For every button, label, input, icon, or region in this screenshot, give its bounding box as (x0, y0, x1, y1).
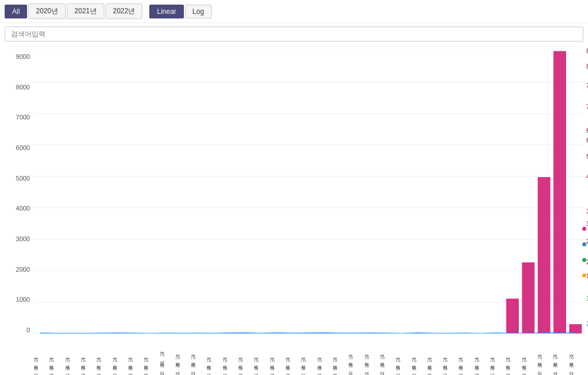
y-label-0: 0 (27, 327, 30, 333)
x-label-23: 2022년1월2일 (394, 336, 410, 375)
y-label-8000: 8000 (16, 84, 30, 91)
x-label-7: 2020년9월6일 (142, 336, 158, 375)
x-label-22: 2021년12월5일 (379, 336, 394, 375)
search-input[interactable] (5, 27, 583, 42)
legend-dot-2 (582, 242, 586, 246)
x-label-26: 2022년4월3일 (442, 336, 457, 375)
y-label-4000: 4000 (16, 205, 30, 212)
x-label-16: 2021년6월6일 (284, 336, 300, 375)
x-label-29: 2022년7월3일 (489, 336, 504, 375)
x-label-9: 2020년11월8일 (174, 336, 190, 375)
btn-2021[interactable]: 2021년 (67, 3, 104, 19)
top-bar: All 2020년 2021년 2022년 Linear Log (0, 0, 588, 23)
legend-dot-3 (582, 258, 586, 262)
chart-container: 9000 8000 7000 6000 5000 4000 3000 2000 … (0, 45, 588, 375)
btn-2020[interactable]: 2020년 (28, 3, 66, 19)
x-label-30: 2022년8월7일 (504, 336, 520, 375)
x-label-27: 2022년5월1일 (457, 336, 473, 375)
legend-item-1: 건강관리이상 (582, 221, 588, 236)
y-axis: 9000 8000 7000 6000 5000 4000 3000 2000 … (5, 51, 32, 333)
x-label-3: 2020년5월3일 (80, 336, 95, 375)
data-labels-container: 8989848678857192645461385629497738763464… (585, 51, 588, 333)
y-label-1000: 1000 (16, 296, 30, 303)
x-label-15: 2021년5월2일 (269, 336, 284, 375)
chart-wrapper: 9000 8000 7000 6000 5000 4000 3000 2000 … (5, 51, 583, 375)
x-label-19: 2021년9월5일 (331, 336, 347, 375)
x-label-8: 2020년10월11일 (159, 336, 174, 375)
legend-item-4: 건강관리이상이상 (582, 268, 588, 283)
legend: 건강관리이상 1 건강관리이상 ▶ 건강관리이상 건강관리이상이상 (582, 221, 588, 283)
x-label-1: 2020년3월8일 (48, 336, 63, 375)
x-label-0: 2020년2월1일 (32, 336, 48, 375)
x-label-24: 2022년2월6일 (410, 336, 426, 375)
chart-canvas (32, 51, 583, 333)
x-label-11: 2021년1월3일 (205, 336, 221, 375)
btn-all[interactable]: All (5, 5, 27, 18)
x-label-28: 2022년6월5일 (473, 336, 489, 375)
y-label-2000: 2000 (16, 266, 30, 273)
btn-log[interactable]: Log (185, 5, 212, 18)
x-label-21: 2021년11월7일 (363, 336, 379, 375)
x-label-6: 2020년8월9일 (127, 336, 142, 375)
y-label-5000: 5000 (16, 175, 30, 182)
x-label-10: 2020년12월6일 (190, 336, 205, 375)
btn-group-years: All 2020년 2021년 2022년 (5, 3, 142, 19)
legend-dot-1 (582, 227, 586, 231)
btn-2022[interactable]: 2022년 (105, 3, 143, 19)
legend-item-2: 1 건강관리이상 (582, 237, 588, 252)
legend-item-3: ▶ 건강관리이상 (582, 252, 588, 267)
x-label-5: 2020년7월5일 (111, 336, 127, 375)
x-label-12: 2021년2월7일 (221, 336, 237, 375)
x-label-4: 2020년6월7일 (95, 336, 111, 375)
chart-svg-area: 8989848678857192645461385629497738763464… (32, 51, 583, 333)
y-label-3000: 3000 (16, 235, 30, 242)
x-label-32: 2022년10월2일 (536, 336, 552, 375)
x-axis: 2020년2월1일2020년3월8일2020년4월1일2020년5월3일2020… (32, 336, 583, 375)
x-label-33: 2022년11월6일 (552, 336, 567, 375)
btn-group-scale: Linear Log (149, 5, 211, 18)
x-label-17: 2021년7월4일 (300, 336, 315, 375)
x-label-13: 2021년3월7일 (237, 336, 252, 375)
x-label-31: 2022년9월4일 (521, 336, 536, 375)
x-label-2: 2020년4월1일 (64, 336, 80, 375)
x-label-25: 2022년3월6일 (426, 336, 442, 375)
x-label-14: 2021년4월4일 (252, 336, 268, 375)
x-label-20: 2021년10월3일 (347, 336, 363, 375)
btn-linear[interactable]: Linear (149, 5, 183, 18)
legend-dot-4 (582, 273, 586, 278)
search-bar (0, 23, 588, 45)
y-label-6000: 6000 (16, 144, 30, 151)
y-label-7000: 7000 (16, 114, 30, 121)
x-label-34: 2022년12월4일 (568, 336, 583, 375)
x-label-18: 2021년8월1일 (316, 336, 331, 375)
y-label-9000: 9000 (16, 53, 30, 60)
